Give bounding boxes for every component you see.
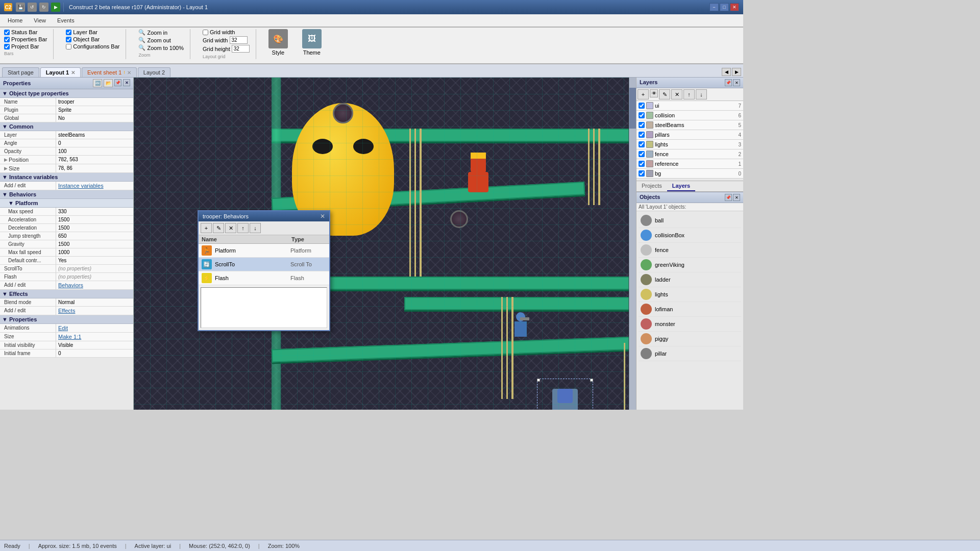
panel-close[interactable]: ✕ xyxy=(123,79,130,86)
layer-visibility-check[interactable] xyxy=(639,151,645,157)
section-effects[interactable]: ▼Effects xyxy=(0,290,133,298)
canvas-vscroll[interactable] xyxy=(629,78,636,410)
object-row[interactable]: ladder xyxy=(639,272,741,287)
object-row[interactable]: pillar xyxy=(639,346,741,361)
layer-down-btn[interactable]: ↓ xyxy=(696,89,707,99)
quick-undo[interactable]: ↺ xyxy=(28,3,37,12)
layer-row[interactable]: fence 2 xyxy=(636,149,743,159)
layer-visibility-check[interactable] xyxy=(639,161,645,167)
menu-home[interactable]: Home xyxy=(2,16,28,25)
canvas-area[interactable]: trooper: Behaviors ✕ + ✎ ✕ ↑ ↓ Name Type… xyxy=(134,78,636,410)
object-row[interactable]: lights xyxy=(639,287,741,302)
object-row[interactable]: ball xyxy=(639,213,741,228)
section-common[interactable]: ▼Common xyxy=(0,122,133,131)
object-row[interactable]: greenViking xyxy=(639,258,741,272)
style-icon[interactable]: 🎨 xyxy=(268,29,288,48)
layer-row[interactable]: steelBeams 5 xyxy=(636,120,743,130)
layer-edit-btn[interactable]: ✎ xyxy=(659,89,670,99)
layer-row[interactable]: bg 0 xyxy=(636,169,743,179)
tab-scroll-left[interactable]: ◀ xyxy=(722,68,731,76)
layers-close[interactable]: ✕ xyxy=(733,79,740,86)
layer-visibility-check[interactable] xyxy=(639,132,645,138)
statusbar-check[interactable]: Status Bar xyxy=(4,29,47,35)
maximize-button[interactable]: □ xyxy=(720,3,729,11)
layer-add-btn[interactable]: + xyxy=(638,89,649,99)
behavior-add-btn[interactable]: + xyxy=(201,223,212,233)
behavior-delete-btn[interactable]: ✕ xyxy=(225,223,236,233)
behavior-row-scrollto[interactable]: 🔄 ScrollTo Scroll To xyxy=(199,258,329,271)
prop-add-edit-beh: Add / edit Behaviors xyxy=(0,281,133,290)
size-link[interactable]: Make 1:1 xyxy=(58,334,81,340)
behavior-up-btn[interactable]: ↑ xyxy=(237,223,249,233)
layer-row[interactable]: pillars 4 xyxy=(636,130,743,140)
object-row[interactable]: collisionBox xyxy=(639,228,741,243)
sort-cat-btn[interactable]: 📂 xyxy=(104,79,113,87)
tab-eventsheet1[interactable]: Event sheet 1 ! ✕ xyxy=(82,67,137,77)
layer-row[interactable]: collision 6 xyxy=(636,111,743,120)
layer-delete-btn[interactable]: ✕ xyxy=(671,89,682,99)
tab-layout1[interactable]: Layout 1 ✕ xyxy=(40,67,81,77)
tab-layers[interactable]: Layers xyxy=(667,181,695,191)
behavior-row-flash[interactable]: ⚡ Flash Flash xyxy=(199,271,329,285)
configbar-check[interactable]: Configurations Bar xyxy=(66,43,119,49)
projectbar-check[interactable]: Project Bar xyxy=(4,43,47,49)
quick-save[interactable]: 💾 xyxy=(16,3,25,12)
objects-close[interactable]: ✕ xyxy=(733,194,740,201)
object-row[interactable]: piggy xyxy=(639,332,741,346)
object-row[interactable]: monster xyxy=(639,317,741,332)
layer-visibility-check[interactable] xyxy=(639,141,645,147)
tab-start[interactable]: Start page xyxy=(2,67,39,77)
layer-visibility-check[interactable] xyxy=(639,112,645,118)
grid-height-input[interactable] xyxy=(232,45,250,53)
section-objecttype[interactable]: ▼Object type properties xyxy=(0,89,133,98)
section-behaviors[interactable]: ▼Behaviors xyxy=(0,190,133,199)
behavior-down-btn[interactable]: ↓ xyxy=(250,223,261,233)
layer-row[interactable]: ui 7 xyxy=(636,101,743,111)
layerbar-check[interactable]: Layer Bar xyxy=(66,29,119,35)
object-row[interactable]: lofiman xyxy=(639,302,741,317)
behavior-row-platform[interactable]: 🏃 Platform Platform xyxy=(199,244,329,258)
snap-grid-check[interactable]: Grid width xyxy=(203,29,250,35)
layer-visibility-check[interactable] xyxy=(639,170,645,177)
layer-row[interactable]: reference 1 xyxy=(636,159,743,169)
section-platform[interactable]: ▼Platform xyxy=(0,199,133,208)
animations-link[interactable]: Edit xyxy=(58,325,68,331)
minimize-button[interactable]: − xyxy=(709,3,719,11)
layer-visibility-btn[interactable]: 👁 xyxy=(650,89,658,97)
dialog-close-btn[interactable]: ✕ xyxy=(320,213,325,220)
menu-view[interactable]: View xyxy=(28,16,52,25)
scrollto-icon: 🔄 xyxy=(202,259,212,269)
zoom-out[interactable]: 🔍 Zoom out xyxy=(138,37,184,43)
object-row[interactable]: fence xyxy=(639,243,741,258)
propertiesbar-check[interactable]: Properties Bar xyxy=(4,36,47,42)
grid-width-input[interactable] xyxy=(230,36,248,44)
behaviors-link[interactable]: Behaviors xyxy=(58,282,83,288)
objects-pin[interactable]: 📌 xyxy=(725,194,732,201)
vscroll-thumb[interactable] xyxy=(629,88,636,129)
close-button[interactable]: ✕ xyxy=(730,3,739,11)
layers-pin[interactable]: 📌 xyxy=(725,79,732,86)
tab-eventsheet1-close[interactable]: ✕ xyxy=(127,70,131,76)
section-properties[interactable]: ▼Properties xyxy=(0,315,133,324)
quick-play[interactable]: ▶ xyxy=(51,3,60,12)
zoom-in[interactable]: 🔍 Zoom in xyxy=(138,29,184,36)
tab-projects[interactable]: Projects xyxy=(636,181,667,191)
sort-alpha-btn[interactable]: 🔤 xyxy=(93,79,102,87)
layer-visibility-check[interactable] xyxy=(639,122,645,128)
panel-pin[interactable]: 📌 xyxy=(114,79,121,86)
objectbar-check[interactable]: Object Bar xyxy=(66,36,119,42)
layer-row[interactable]: lights 3 xyxy=(636,140,743,149)
tab-layout1-close[interactable]: ✕ xyxy=(71,70,75,76)
layer-up-btn[interactable]: ↑ xyxy=(683,89,695,99)
effects-link[interactable]: Effects xyxy=(58,308,75,314)
zoom-100[interactable]: 🔍 Zoom to 100% xyxy=(138,44,184,51)
behavior-edit-btn[interactable]: ✎ xyxy=(213,223,224,233)
instance-vars-link[interactable]: Instance variables xyxy=(58,183,104,189)
tab-layout2[interactable]: Layout 2 xyxy=(138,67,170,77)
tab-scroll-right[interactable]: ▶ xyxy=(732,68,741,76)
menu-events[interactable]: Events xyxy=(52,16,80,25)
quick-redo[interactable]: ↻ xyxy=(39,3,48,12)
section-instancevars[interactable]: ▼Instance variables xyxy=(0,173,133,182)
layer-visibility-check[interactable] xyxy=(639,103,645,109)
theme-icon[interactable]: 🖼 xyxy=(302,29,322,48)
